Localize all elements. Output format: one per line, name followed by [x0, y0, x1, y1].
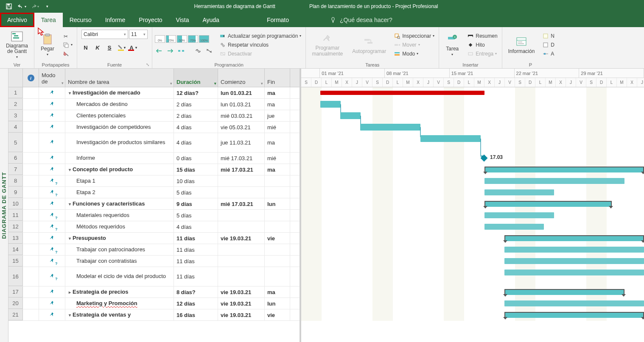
day-header[interactable]: L	[535, 78, 546, 87]
table-row[interactable]: 17▸Estrategia de precios8 días?vie 19.03…	[8, 286, 300, 298]
header-info[interactable]: i	[23, 69, 39, 87]
mode-cell[interactable]	[39, 298, 65, 309]
day-header[interactable]: V	[362, 78, 372, 87]
pct-0-button[interactable]: 0%	[155, 35, 165, 43]
row-number[interactable]: 17	[8, 286, 23, 298]
start-cell[interactable]	[218, 267, 265, 286]
row-number[interactable]: 2	[8, 99, 23, 110]
day-header[interactable]: S	[586, 78, 596, 87]
row-number[interactable]: 12	[8, 221, 23, 232]
finish-cell[interactable]: ma	[265, 164, 290, 175]
menu-vista[interactable]: Vista	[169, 13, 196, 27]
row-number[interactable]: 4	[8, 122, 23, 133]
table-row[interactable]: 1▾Investigación de mercado12 días?lun 01…	[8, 87, 300, 99]
details-button[interactable]: D	[540, 41, 556, 49]
day-header[interactable]: J	[495, 78, 505, 87]
header-duration[interactable]: Duración▾	[174, 69, 218, 87]
start-cell[interactable]	[218, 187, 265, 198]
finish-cell[interactable]: ma	[265, 286, 290, 298]
pct-100-button[interactable]: 100%	[199, 35, 209, 43]
respetar-button[interactable]: Respetar vínculos	[218, 41, 303, 49]
paste-button[interactable]: Pegar ▾	[37, 32, 58, 57]
task-name-cell[interactable]: ▾Concepto del producto	[65, 164, 174, 175]
link-tasks-button[interactable]	[194, 47, 202, 55]
row-number[interactable]: 20	[8, 298, 23, 309]
info-cell[interactable]	[23, 99, 39, 110]
header-name[interactable]: Nombre de tarea▾	[65, 69, 174, 87]
row-number[interactable]: 5	[8, 133, 23, 152]
undo-icon[interactable]: ▾	[17, 2, 26, 11]
mode-cell[interactable]	[39, 133, 65, 152]
finish-cell[interactable]	[265, 210, 290, 221]
font-size-select[interactable]: 11▾	[129, 30, 148, 39]
row-number[interactable]: 15	[8, 256, 23, 267]
day-header[interactable]: M	[332, 78, 342, 87]
start-cell[interactable]: vie 19.03.21	[218, 309, 265, 320]
inspeccionar-button[interactable]: Inspeccionar ▾	[392, 32, 436, 40]
duration-cell[interactable]: 5 días	[174, 210, 218, 221]
day-header[interactable]: D	[383, 78, 393, 87]
info-cell[interactable]	[23, 210, 39, 221]
table-row[interactable]: 16Modelar el ciclo de vida del producto1…	[8, 267, 300, 286]
info-cell[interactable]	[23, 198, 39, 209]
table-row[interactable]: 15Trabajar con contratistas11 días	[8, 256, 300, 267]
underline-button[interactable]: S	[105, 43, 114, 52]
info-cell[interactable]	[23, 298, 39, 309]
start-cell[interactable]: lun 01.03.21	[218, 87, 265, 98]
day-header[interactable]: X	[627, 78, 637, 87]
row-number[interactable]: 10	[8, 198, 23, 209]
qat-customize-icon[interactable]: ▾	[42, 2, 52, 11]
duration-cell[interactable]: 11 días	[174, 233, 218, 244]
info-cell[interactable]	[23, 175, 39, 186]
task-name-cell[interactable]: Materiales requeridos	[65, 210, 174, 221]
finish-cell[interactable]	[265, 256, 290, 267]
cut-button[interactable]: ✂	[61, 33, 74, 40]
day-header[interactable]: L	[607, 78, 617, 87]
gantt-bar[interactable]	[504, 300, 644, 306]
gantt-bar[interactable]	[504, 312, 644, 318]
gantt-bar[interactable]	[504, 247, 644, 253]
day-header[interactable]: J	[352, 78, 362, 87]
task-name-cell[interactable]: Modelar el ciclo de vida del producto	[65, 267, 174, 286]
gantt-body[interactable]: 17.03	[301, 87, 644, 342]
table-row[interactable]: 14Trabajar con patrocinadores11 días	[8, 244, 300, 256]
task-name-cell[interactable]: Métodos requeridos	[65, 221, 174, 232]
start-cell[interactable]	[218, 221, 265, 232]
table-row[interactable]: 8Etapa 110 días	[8, 175, 300, 187]
day-header[interactable]: X	[484, 78, 495, 87]
day-header[interactable]: V	[576, 78, 586, 87]
day-header[interactable]: S	[301, 78, 311, 87]
mode-cell[interactable]	[39, 164, 65, 175]
duration-cell[interactable]: 12 días	[174, 298, 218, 309]
gantt-bar[interactable]	[320, 91, 484, 95]
finish-cell[interactable]: vie	[265, 309, 290, 320]
info-cell[interactable]	[23, 309, 39, 320]
task-name-cell[interactable]: ▸Estrategia de precios	[65, 286, 174, 298]
split-task-button[interactable]	[177, 47, 185, 55]
info-cell[interactable]	[23, 221, 39, 232]
day-header[interactable]: L	[393, 78, 403, 87]
gantt-bar[interactable]	[484, 201, 612, 207]
day-header[interactable]: D	[311, 78, 322, 87]
row-number[interactable]: 13	[8, 233, 23, 244]
redo-icon[interactable]: ▾	[30, 2, 39, 11]
day-header[interactable]: M	[403, 78, 413, 87]
table-row[interactable]: 7▾Concepto del producto15 díasmié 17.03.…	[8, 164, 300, 175]
info-cell[interactable]	[23, 164, 39, 175]
day-header[interactable]: X	[556, 78, 566, 87]
duration-cell[interactable]: 5 días	[174, 187, 218, 198]
table-row[interactable]: 13▾Presupuesto11 díasvie 19.03.21vie	[8, 233, 300, 244]
table-row[interactable]: 4Investigación de competidores4 díasvie …	[8, 122, 300, 133]
finish-cell[interactable]: ma	[265, 87, 290, 98]
day-header[interactable]: M	[474, 78, 484, 87]
header-start[interactable]: Comienzo▾	[218, 69, 265, 87]
day-header[interactable]: X	[413, 78, 423, 87]
gantt-bar[interactable]	[484, 212, 554, 218]
task-name-cell[interactable]: Trabajar con contratistas	[65, 256, 174, 267]
day-header[interactable]: S	[372, 78, 383, 87]
week-header[interactable]: 22 mar '21	[515, 69, 580, 78]
pct-50-button[interactable]: 50%	[177, 35, 187, 43]
font-name-select[interactable]: Calibri▾	[81, 30, 128, 39]
grid-body[interactable]: 1▾Investigación de mercado12 días?lun 01…	[8, 87, 300, 342]
day-header[interactable]: M	[617, 78, 627, 87]
